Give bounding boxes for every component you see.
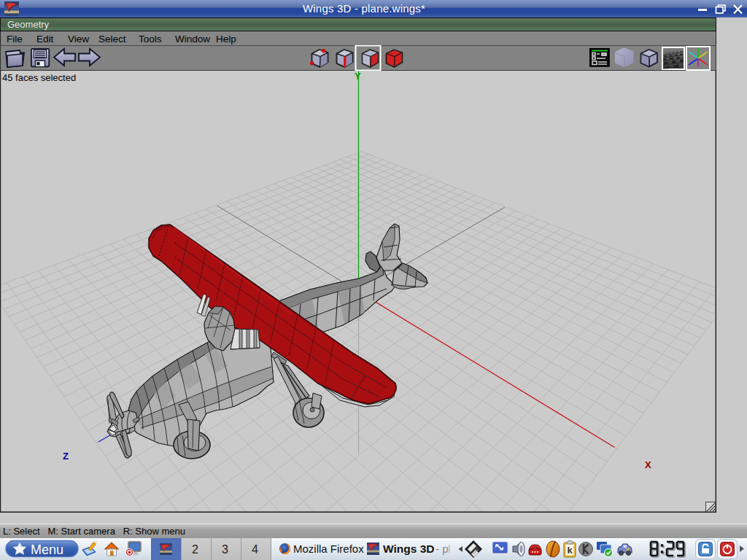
- svg-text:Y: Y: [355, 71, 361, 82]
- svg-text:Z: Z: [63, 451, 69, 462]
- svg-text:- p: - p: [436, 542, 449, 555]
- svg-text:Menu: Menu: [31, 542, 63, 557]
- svg-text:2: 2: [192, 543, 198, 556]
- svg-text:l: l: [448, 542, 450, 555]
- svg-text:3: 3: [222, 543, 228, 556]
- svg-text:4: 4: [252, 543, 258, 556]
- svg-text:X: X: [645, 459, 651, 470]
- svg-text:k: k: [568, 545, 573, 556]
- svg-text:Mozilla Firefox: Mozilla Firefox: [293, 542, 364, 555]
- svg-text:Wings 3D: Wings 3D: [383, 542, 434, 555]
- svg-text:45 faces selected: 45 faces selected: [2, 72, 76, 83]
